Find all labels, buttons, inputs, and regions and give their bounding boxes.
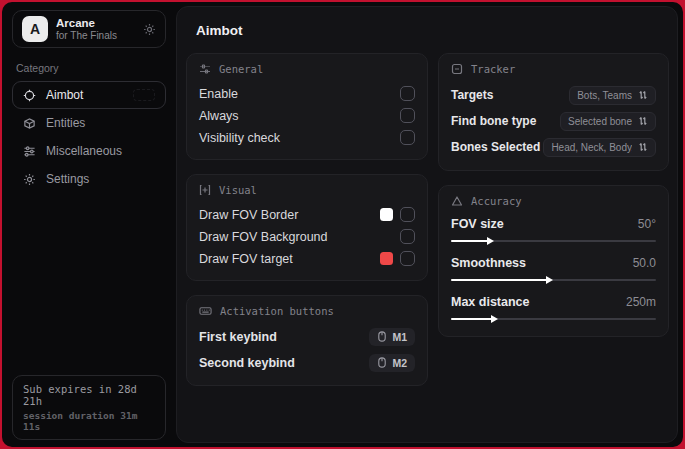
frame-icon (451, 63, 463, 75)
sidebar-item-miscellaneous[interactable]: Miscellaneous (12, 137, 166, 165)
keyboard-icon (199, 305, 212, 317)
setting-row-enable: Enable (199, 83, 415, 104)
setting-row-second-keybind: Second keybind M2 (199, 351, 415, 374)
keybind-value: M1 (392, 331, 407, 343)
crosshair-icon (23, 89, 36, 102)
color-swatch[interactable] (380, 208, 393, 221)
updown-arrows-icon (638, 90, 648, 100)
setting-row-bones-selected: Bones Selected Head, Neck, Body, Pe... (451, 135, 656, 159)
setting-row-always: Always (199, 105, 415, 126)
mouse-icon (377, 357, 387, 368)
smoothness-slider[interactable] (451, 276, 656, 284)
card-title: Tracker (471, 63, 515, 75)
slider-thumb[interactable] (491, 315, 498, 323)
sidebar: A Arcane for The Finals Category Aimbot (2, 2, 176, 447)
accuracy-card: Accuracy FOV size 50° (438, 185, 669, 337)
visual-card: Visual Draw FOV Border Draw FOV Backgrou… (186, 174, 428, 281)
gear-icon (23, 173, 36, 186)
setting-group-smoothness: Smoothness 50.0 (451, 254, 656, 284)
bone-type-dropdown[interactable]: Selected bone (560, 112, 656, 131)
slider-thumb[interactable] (546, 276, 553, 284)
slider-fill (451, 279, 547, 281)
sidebar-item-label: Miscellaneous (46, 144, 122, 158)
fov-size-slider[interactable] (451, 237, 656, 245)
general-card: General Enable Always Visibility check (186, 53, 428, 160)
entities-icon (23, 117, 36, 130)
checkbox[interactable] (400, 229, 415, 244)
keybind-button[interactable]: M1 (369, 328, 415, 346)
brand-logo: A (22, 16, 48, 42)
updown-arrows-icon (638, 116, 648, 126)
sliders-icon (23, 145, 36, 158)
subscription-status: Sub expires in 28d 21h session duration … (12, 375, 166, 440)
activation-card: Activation buttons First keybind M1 (186, 295, 428, 386)
max-distance-slider[interactable] (451, 315, 656, 323)
hotkey-hint (133, 89, 155, 101)
setting-row-targets: Targets Bots, Teams (451, 83, 656, 107)
bones-selected-dropdown[interactable]: Head, Neck, Body, Pe... (543, 138, 656, 157)
checkbox[interactable] (400, 108, 415, 123)
slider-value: 250m (626, 295, 656, 309)
slider-value: 50.0 (633, 256, 656, 270)
card-title: Visual (219, 184, 257, 196)
slider-thumb[interactable] (487, 237, 494, 245)
card-title: General (219, 63, 263, 75)
slider-value: 50° (638, 217, 656, 231)
setting-row-fov-border: Draw FOV Border (199, 204, 415, 225)
setting-group-max-distance: Max distance 250m (451, 293, 656, 323)
page-title: Aimbot (196, 23, 669, 38)
checkbox[interactable] (400, 207, 415, 222)
mouse-icon (377, 331, 387, 342)
card-title: Activation buttons (220, 305, 334, 317)
tracker-card: Tracker Targets Bots, Teams (438, 53, 669, 171)
grid-icon (199, 63, 211, 75)
slider-fill (451, 240, 488, 242)
keybind-button[interactable]: M2 (369, 354, 415, 372)
keybind-value: M2 (392, 357, 407, 369)
setting-row-fov-target: Draw FOV target (199, 248, 415, 269)
sidebar-item-label: Settings (46, 172, 89, 186)
slider-fill (451, 318, 492, 320)
main-panel: Aimbot General Enable (176, 6, 678, 443)
sidebar-item-entities[interactable]: Entities (12, 109, 166, 137)
sidebar-item-label: Entities (46, 116, 85, 130)
checkbox[interactable] (400, 251, 415, 266)
app-window: A Arcane for The Finals Category Aimbot (2, 2, 683, 447)
category-label: Category (16, 62, 162, 74)
setting-row-find-bone-type: Find bone type Selected bone (451, 109, 656, 133)
sub-expiry-text: Sub expires in 28d 21h (23, 383, 155, 407)
setting-group-fov-size: FOV size 50° (451, 215, 656, 245)
triangle-icon (451, 195, 463, 207)
brand-card: A Arcane for The Finals (12, 10, 166, 48)
checkbox[interactable] (400, 130, 415, 145)
sidebar-item-label: Aimbot (46, 88, 83, 102)
checkbox[interactable] (400, 86, 415, 101)
targets-dropdown[interactable]: Bots, Teams (569, 86, 656, 105)
setting-row-fov-background: Draw FOV Background (199, 226, 415, 247)
setting-row-visibility-check: Visibility check (199, 127, 415, 148)
session-duration-text: session duration 31m 11s (23, 410, 155, 432)
gear-icon[interactable] (143, 23, 156, 36)
brand-title: Arcane (56, 17, 117, 30)
card-title: Accuracy (471, 195, 522, 207)
sidebar-item-settings[interactable]: Settings (12, 165, 166, 193)
setting-row-first-keybind: First keybind M1 (199, 325, 415, 348)
brand-subtitle: for The Finals (56, 30, 117, 42)
sidebar-item-aimbot[interactable]: Aimbot (12, 81, 166, 109)
color-swatch[interactable] (380, 252, 393, 265)
updown-arrows-icon (638, 142, 648, 152)
plus-square-icon (199, 184, 211, 196)
